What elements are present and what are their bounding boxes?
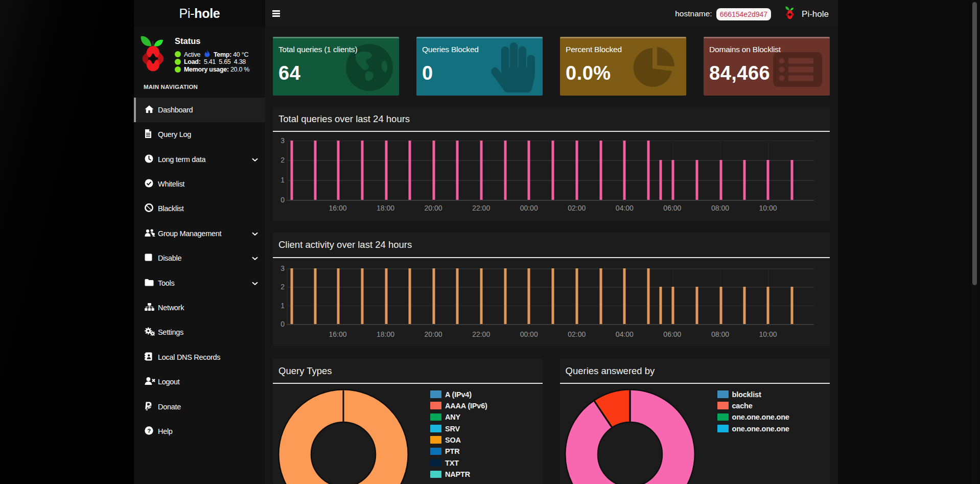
svg-text:?: ?	[147, 428, 151, 434]
